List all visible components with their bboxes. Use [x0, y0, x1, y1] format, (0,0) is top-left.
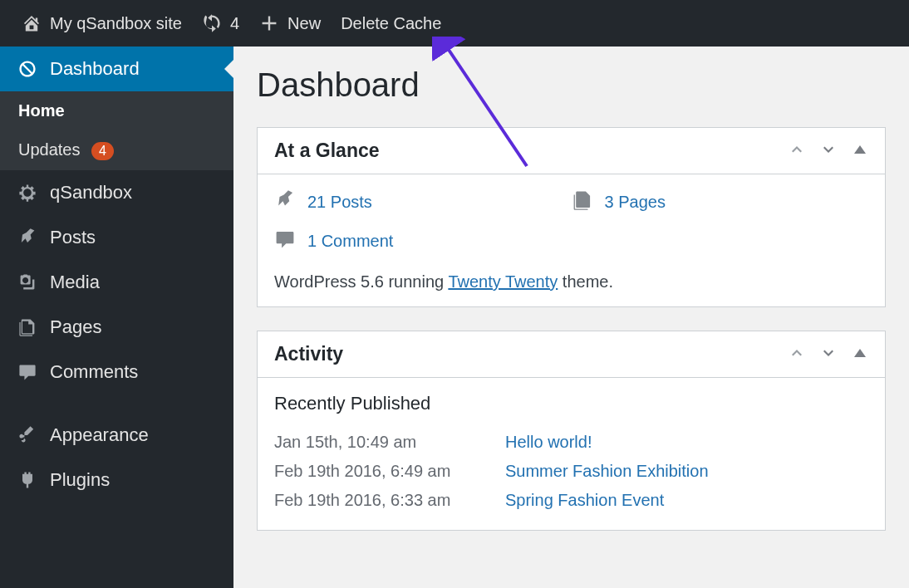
content-area: Dashboard At a Glance 21 Posts — [233, 47, 909, 588]
chevron-down-icon[interactable] — [820, 345, 837, 365]
triangle-up-icon[interactable] — [852, 345, 868, 365]
admin-sidebar: Dashboard Home Updates 4 qSandbox Posts — [0, 47, 233, 588]
activity-section: Recently Published — [274, 393, 868, 414]
sidebar-item-posts[interactable]: Posts — [0, 215, 233, 260]
admin-toolbar: My qSandbox site 4 New Delete Cache — [0, 0, 909, 47]
toolbar-updates-count: 4 — [230, 14, 239, 33]
activity-title: Activity — [274, 343, 343, 365]
glance-pages[interactable]: 3 Pages — [572, 189, 869, 215]
plug-icon — [15, 470, 40, 490]
sidebar-item-qsandbox[interactable]: qSandbox — [0, 170, 233, 215]
toolbar-site-name: My qSandbox site — [50, 14, 182, 33]
chevron-up-icon[interactable] — [789, 141, 805, 161]
triangle-up-icon[interactable] — [852, 141, 868, 161]
chevron-up-icon[interactable] — [789, 345, 805, 365]
refresh-icon — [202, 13, 222, 33]
chevron-down-icon[interactable] — [820, 141, 837, 161]
dashboard-icon — [15, 59, 40, 79]
sidebar-label: Appearance — [50, 424, 149, 446]
activity-link[interactable]: Spring Fashion Event — [505, 491, 664, 510]
pin-icon — [274, 189, 296, 215]
sidebar-item-appearance[interactable]: Appearance — [0, 413, 233, 458]
pages-icon — [15, 317, 40, 337]
sidebar-sub-home[interactable]: Home — [0, 91, 233, 130]
sidebar-label: Posts — [50, 227, 96, 248]
activity-date: Jan 15th, 10:49 am — [274, 433, 505, 452]
sidebar-item-comments[interactable]: Comments — [0, 350, 233, 394]
sidebar-label: Dashboard — [50, 58, 140, 80]
activity-link[interactable]: Summer Fashion Exhibition — [505, 462, 709, 481]
activity-box: Activity Recently Published Jan 15th, 10… — [257, 331, 886, 531]
toolbar-updates[interactable]: 4 — [192, 0, 249, 47]
sidebar-label: Media — [50, 272, 100, 293]
sidebar-sub-updates[interactable]: Updates 4 — [0, 130, 233, 170]
activity-date: Feb 19th 2016, 6:49 am — [274, 462, 505, 481]
glance-posts[interactable]: 21 Posts — [274, 189, 572, 215]
home-icon — [22, 13, 42, 33]
activity-row: Feb 19th 2016, 6:49 am Summer Fashion Ex… — [274, 457, 868, 486]
activity-row: Jan 15th, 10:49 am Hello world! — [274, 428, 868, 457]
toolbar-site-link[interactable]: My qSandbox site — [12, 0, 192, 47]
toolbar-delete-cache[interactable]: Delete Cache — [331, 0, 451, 47]
sidebar-item-dashboard[interactable]: Dashboard — [0, 47, 233, 91]
at-a-glance-box: At a Glance 21 Posts 3 Pages — [257, 127, 886, 307]
toolbar-new-label: New — [287, 14, 321, 33]
brush-icon — [15, 425, 40, 445]
pin-icon — [15, 228, 40, 247]
toolbar-delete-cache-label: Delete Cache — [341, 14, 441, 33]
glance-title: At a Glance — [274, 140, 380, 162]
pages-icon — [572, 189, 593, 215]
comment-icon — [15, 362, 40, 382]
page-title: Dashboard — [257, 66, 886, 104]
media-icon — [15, 272, 40, 292]
plus-icon — [259, 13, 279, 33]
sidebar-item-media[interactable]: Media — [0, 260, 233, 305]
gear-icon — [15, 183, 40, 203]
toolbar-new[interactable]: New — [249, 0, 331, 47]
glance-comments[interactable]: 1 Comment — [274, 228, 868, 254]
activity-row: Feb 19th 2016, 6:33 am Spring Fashion Ev… — [274, 486, 868, 515]
sidebar-item-plugins[interactable]: Plugins — [0, 458, 233, 502]
comment-icon — [274, 228, 296, 254]
sidebar-label: Plugins — [50, 469, 110, 491]
activity-link[interactable]: Hello world! — [505, 433, 592, 452]
activity-date: Feb 19th 2016, 6:33 am — [274, 491, 505, 510]
updates-badge: 4 — [91, 142, 114, 160]
sidebar-item-pages[interactable]: Pages — [0, 305, 233, 350]
sidebar-label: Comments — [50, 361, 138, 383]
theme-link[interactable]: Twenty Twenty — [448, 272, 558, 291]
sidebar-label: Pages — [50, 316, 101, 338]
glance-version: WordPress 5.6 running Twenty Twenty them… — [274, 272, 868, 292]
sidebar-label: qSandbox — [50, 182, 132, 203]
